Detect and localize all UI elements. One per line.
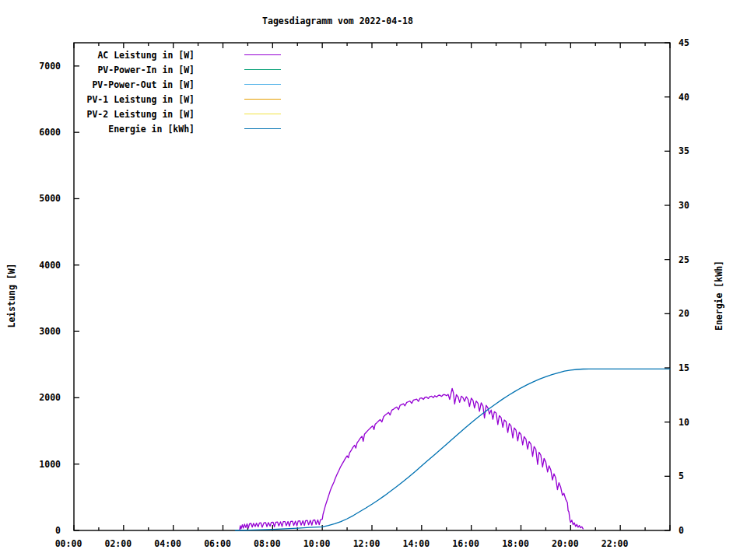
y-right-tick-label: 20 [679,308,689,319]
x-tick-label: 12:00 [353,538,381,549]
series-line-energie-in-kwh [236,369,671,530]
y-right-tick-label: 5 [679,471,684,481]
y-left-tick-label: 5000 [39,193,61,204]
y-left-tick-label: 2000 [39,392,61,403]
legend-item: PV-Power-Out in [W] [0,79,311,90]
x-tick-label: 10:00 [303,538,331,549]
legend-item: PV-1 Leistung in [W] [0,94,311,105]
legend-label: PV-Power-In in [W] [0,65,195,75]
y-axis-label-left: Leistung [W] [6,260,17,331]
legend-label: PV-1 Leistung in [W] [0,94,195,105]
legend-item: PV-2 Leistung in [W] [0,109,311,120]
y-axis-label-right: Energie [kWh] [714,255,724,336]
x-tick-label: 22:00 [601,538,629,549]
y-left-tick-label: 3000 [39,326,61,337]
legend-line-sample [244,69,281,70]
x-tick-label: 18:00 [502,538,529,549]
x-tick-label: 02:00 [105,538,132,549]
legend-label: PV-2 Leistung in [W] [0,109,195,120]
y-right-tick-label: 45 [679,37,689,48]
y-left-tick-label: 0 [55,525,61,536]
x-tick-label: 08:00 [254,538,281,549]
legend-line-sample [244,84,281,85]
y-right-tick-label: 15 [679,362,689,373]
y-right-tick-label: 40 [679,92,689,103]
y-right-tick-label: 35 [679,145,689,156]
legend-label: PV-Power-Out in [W] [0,79,195,90]
y-right-tick-label: 25 [679,254,689,265]
legend-line-sample [244,99,281,100]
x-tick-label: 16:00 [452,538,479,549]
y-left-tick-label: 1000 [39,459,61,470]
x-tick-label: 06:00 [204,538,231,549]
y-left-tick-label: 4000 [39,260,61,271]
legend-item: PV-Power-In in [W] [0,65,311,75]
x-tick-label: 04:00 [154,538,181,549]
legend-line-sample [244,54,281,55]
legend-item: Energie in [kWh] [0,124,311,135]
x-tick-label: 00:00 [55,538,82,549]
y-right-tick-label: 10 [679,417,689,428]
legend-item: AC Leistung in [W] [0,50,311,61]
legend-line-sample [244,128,281,129]
chart-title: Tagesdiagramm vom 2022-04-18 [221,16,454,26]
y-right-tick-label: 0 [679,525,684,536]
legend-label: Energie in [kWh] [0,124,195,135]
legend-label: AC Leistung in [W] [0,50,195,61]
series-line-ac-leistung-in-w [240,388,583,530]
legend-line-sample [244,114,281,114]
y-right-tick-label: 30 [679,200,689,211]
x-tick-label: 20:00 [552,538,579,549]
chart-canvas: 00:0002:0004:0006:0008:0010:0012:0014:00… [0,0,747,560]
x-tick-label: 14:00 [403,538,430,549]
